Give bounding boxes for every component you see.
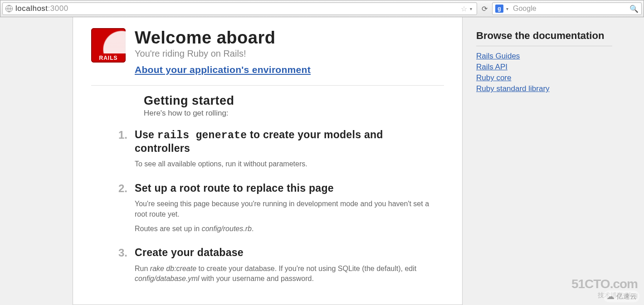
step-para: To see all available options, run it wit… bbox=[135, 159, 430, 169]
chevron-down-icon[interactable]: ▾ bbox=[470, 6, 472, 11]
browser-toolbar: localhost:3000 ☆ ▾ ⟳ g ▾ Google 🔍 bbox=[0, 0, 644, 17]
step-para: You're seeing this page because you're r… bbox=[135, 199, 430, 219]
url-host: localhost bbox=[15, 4, 48, 13]
url-text: localhost:3000 bbox=[15, 4, 68, 13]
sidebar-link-rails-guides[interactable]: Rails Guides bbox=[476, 52, 520, 60]
search-provider-icon[interactable]: g bbox=[495, 5, 503, 13]
browser-search-bar[interactable]: g ▾ Google 🔍 bbox=[492, 2, 642, 15]
bookmark-star-icon[interactable]: ☆ bbox=[461, 5, 467, 13]
divider bbox=[476, 46, 612, 46]
step-title: Create your database bbox=[135, 247, 430, 259]
rails-logo-text: RAILS bbox=[91, 55, 126, 61]
step-item: Create your database Run rake db:create … bbox=[135, 247, 444, 284]
page-subtitle: You're riding Ruby on Rails! bbox=[135, 48, 311, 59]
about-environment-link[interactable]: About your application's environment bbox=[135, 64, 311, 75]
main-content-panel: RAILS Welcome aboard You're riding Ruby … bbox=[73, 17, 463, 305]
sidebar-link-rails-api[interactable]: Rails API bbox=[476, 63, 507, 71]
step-title: Set up a root route to replace this page bbox=[135, 182, 430, 195]
url-port: :3000 bbox=[48, 4, 68, 13]
welcome-header: RAILS Welcome aboard You're riding Ruby … bbox=[91, 28, 444, 75]
getting-started-heading: Getting started bbox=[144, 94, 444, 108]
rails-logo: RAILS bbox=[91, 28, 126, 63]
steps-list: Use rails generate to create your models… bbox=[135, 129, 444, 284]
step-para: Routes are set up in config/routes.rb. bbox=[135, 224, 430, 234]
sidebar-link-ruby-stdlib[interactable]: Ruby standard library bbox=[476, 84, 550, 93]
url-bar[interactable]: localhost:3000 ☆ ▾ bbox=[2, 2, 477, 15]
doc-sidebar: Browse the documentation Rails Guides Ra… bbox=[476, 17, 612, 305]
divider bbox=[91, 85, 444, 86]
sidebar-link-ruby-core[interactable]: Ruby core bbox=[476, 73, 511, 82]
globe-icon bbox=[5, 5, 13, 12]
step-item: Use rails generate to create your models… bbox=[135, 129, 444, 169]
chevron-down-icon[interactable]: ▾ bbox=[506, 6, 508, 11]
step-title: Use rails generate to create your models… bbox=[135, 129, 430, 155]
step-para: Run rake db:create to create your databa… bbox=[135, 264, 430, 284]
reload-icon[interactable]: ⟳ bbox=[479, 5, 490, 13]
sidebar-heading: Browse the documentation bbox=[476, 30, 612, 41]
page-body: RAILS Welcome aboard You're riding Ruby … bbox=[0, 17, 644, 305]
search-placeholder: Google bbox=[513, 5, 627, 13]
step-item: Set up a root route to replace this page… bbox=[135, 182, 444, 234]
page-title: Welcome aboard bbox=[135, 28, 311, 48]
getting-started-section: Getting started Here's how to get rollin… bbox=[144, 94, 444, 118]
getting-started-sub: Here's how to get rolling: bbox=[144, 109, 444, 118]
sidebar-link-list: Rails Guides Rails API Ruby core Ruby st… bbox=[476, 52, 612, 93]
search-icon[interactable]: 🔍 bbox=[629, 5, 639, 13]
